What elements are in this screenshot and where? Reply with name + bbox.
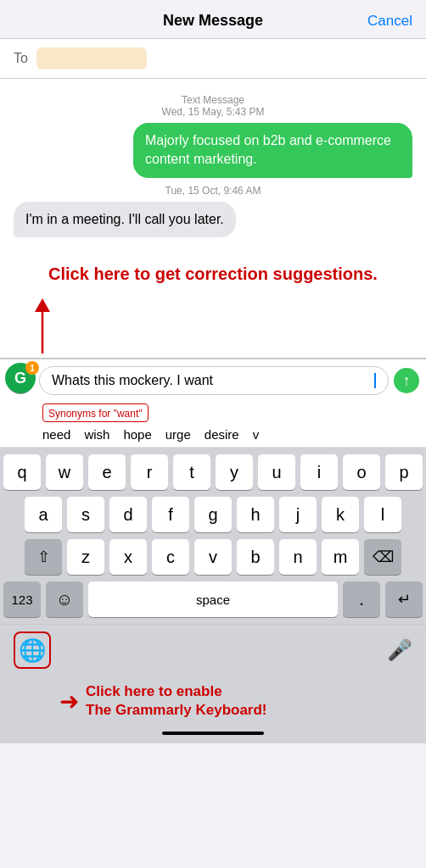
to-row: To bbox=[0, 39, 426, 79]
key-i[interactable]: i bbox=[300, 454, 338, 490]
emoji-key[interactable]: ☺ bbox=[46, 581, 83, 617]
home-indicator bbox=[0, 726, 426, 743]
key-z[interactable]: z bbox=[67, 539, 104, 575]
microphone-icon[interactable]: 🎤 bbox=[387, 638, 412, 662]
key-a[interactable]: a bbox=[25, 497, 62, 532]
red-arrow-up bbox=[30, 298, 55, 358]
timestamp-1: Text MessageWed, 15 May, 5:43 PM bbox=[14, 94, 412, 118]
key-o[interactable]: o bbox=[343, 454, 380, 490]
text-cursor bbox=[374, 373, 376, 388]
bottom-bar: 🌐 🎤 bbox=[0, 624, 426, 679]
send-button[interactable]: ↑ bbox=[394, 368, 419, 393]
key-j[interactable]: j bbox=[279, 497, 317, 532]
cancel-button[interactable]: Cancel bbox=[367, 13, 412, 30]
input-bar-wrapper: › Whats this mockery. I want ↑ G 1 Synon… bbox=[0, 358, 426, 448]
timestamp-2: Tue, 15 Oct, 9:46 AM bbox=[14, 185, 412, 197]
key-u[interactable]: u bbox=[258, 454, 295, 490]
key-e[interactable]: e bbox=[88, 454, 126, 490]
key-r[interactable]: r bbox=[131, 454, 168, 490]
synonyms-label: Synonyms for "want" bbox=[48, 408, 143, 420]
key-l[interactable]: l bbox=[364, 497, 401, 532]
header: New Message Cancel bbox=[0, 0, 426, 39]
key-v[interactable]: v bbox=[194, 539, 232, 575]
delete-key[interactable]: ⌫ bbox=[364, 539, 401, 575]
keyboard: q w e r t y u i o p a s d f g h j k l ⇧ … bbox=[0, 448, 426, 624]
keyboard-row-1: q w e r t y u i o p bbox=[3, 454, 423, 490]
synonym-hope[interactable]: hope bbox=[123, 427, 151, 442]
synonyms-row: need wish hope urge desire v bbox=[42, 426, 375, 443]
key-x[interactable]: x bbox=[109, 539, 147, 575]
key-p[interactable]: p bbox=[385, 454, 423, 490]
grammarly-button[interactable]: G 1 bbox=[5, 363, 36, 393]
key-g[interactable]: g bbox=[194, 497, 232, 532]
incoming-bubble: I'm in a meeting. I'll call you later. bbox=[14, 202, 236, 237]
synonym-urge[interactable]: urge bbox=[165, 427, 191, 442]
synonym-wish[interactable]: wish bbox=[84, 427, 109, 442]
key-n[interactable]: n bbox=[279, 539, 317, 575]
outgoing-message-row: Majorly focused on b2b and e-commerce co… bbox=[14, 123, 412, 178]
keyboard-row-2: a s d f g h j k l bbox=[3, 497, 423, 532]
key-m[interactable]: m bbox=[322, 539, 359, 575]
to-label: To bbox=[14, 51, 28, 66]
keyboard-bottom-row: 123 ☺ space . ↵ bbox=[3, 581, 423, 624]
key-y[interactable]: y bbox=[216, 454, 253, 490]
key-b[interactable]: b bbox=[237, 539, 274, 575]
bottom-annotation-text: Click here to enableThe Grammarly Keyboa… bbox=[86, 682, 267, 720]
synonyms-container: Synonyms for "want" need wish hope urge … bbox=[0, 402, 426, 447]
incoming-message-row: I'm in a meeting. I'll call you later. bbox=[14, 202, 412, 237]
synonym-v[interactable]: v bbox=[253, 427, 260, 442]
key-f[interactable]: f bbox=[152, 497, 189, 532]
synonym-desire[interactable]: desire bbox=[205, 427, 239, 442]
globe-icon: 🌐 bbox=[19, 637, 46, 664]
to-input[interactable] bbox=[36, 47, 147, 70]
correction-banner[interactable]: Click here to get correction suggestions… bbox=[0, 253, 426, 290]
message-text: Whats this mockery. I want bbox=[52, 373, 373, 388]
outgoing-bubble: Majorly focused on b2b and e-commerce co… bbox=[133, 123, 412, 178]
globe-button-wrapper: 🌐 bbox=[14, 632, 51, 669]
synonyms-label-box: Synonyms for "want" bbox=[42, 403, 149, 422]
key-k[interactable]: k bbox=[322, 497, 359, 532]
key-s[interactable]: s bbox=[67, 497, 104, 532]
annotation-area bbox=[0, 290, 426, 358]
send-icon: ↑ bbox=[403, 373, 411, 388]
correction-text: Click here to get correction suggestions… bbox=[48, 264, 378, 283]
red-arrow-right-icon: ➜ bbox=[59, 687, 79, 715]
key-123[interactable]: 123 bbox=[3, 581, 41, 617]
message-input[interactable]: Whats this mockery. I want bbox=[39, 366, 389, 395]
key-t[interactable]: t bbox=[173, 454, 210, 490]
svg-marker-1 bbox=[35, 298, 50, 312]
bottom-annotation: ➜ Click here to enableThe Grammarly Keyb… bbox=[0, 679, 426, 726]
input-bar: › Whats this mockery. I want ↑ bbox=[0, 359, 426, 402]
messages-area: Text MessageWed, 15 May, 5:43 PM Majorly… bbox=[0, 79, 426, 253]
return-key[interactable]: ↵ bbox=[385, 581, 423, 617]
key-h[interactable]: h bbox=[237, 497, 274, 532]
globe-button[interactable]: 🌐 bbox=[14, 632, 51, 669]
key-d[interactable]: d bbox=[109, 497, 147, 532]
keyboard-row-3: ⇧ z x c v b n m ⌫ bbox=[3, 539, 423, 575]
home-bar bbox=[162, 732, 264, 735]
space-key[interactable]: space bbox=[88, 581, 338, 617]
key-c[interactable]: c bbox=[152, 539, 189, 575]
header-title: New Message bbox=[163, 12, 263, 30]
key-q[interactable]: q bbox=[3, 454, 41, 490]
key-w[interactable]: w bbox=[46, 454, 83, 490]
synonym-need[interactable]: need bbox=[42, 427, 70, 442]
grammarly-g-label: G bbox=[14, 370, 26, 387]
shift-key[interactable]: ⇧ bbox=[25, 539, 62, 575]
period-key[interactable]: . bbox=[343, 581, 380, 617]
